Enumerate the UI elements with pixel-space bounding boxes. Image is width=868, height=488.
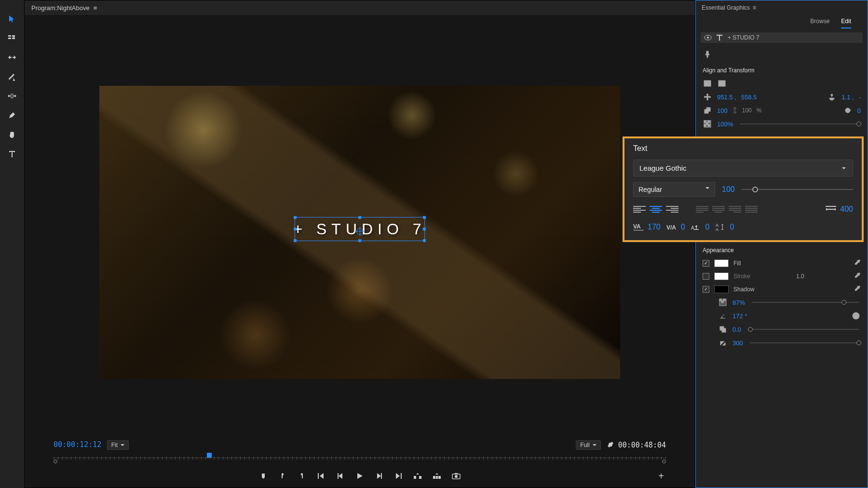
opacity-value[interactable]: 100% xyxy=(717,121,733,128)
go-to-out-icon[interactable] xyxy=(393,471,403,481)
svg-text:VA: VA xyxy=(633,223,641,230)
align-vertical-icon[interactable] xyxy=(717,79,727,88)
fill-checkbox[interactable] xyxy=(703,260,709,267)
extract-icon[interactable] xyxy=(432,471,442,481)
font-size-slider[interactable] xyxy=(742,189,853,190)
play-icon[interactable] xyxy=(355,471,365,481)
text-heading: Text xyxy=(633,144,853,153)
stroke-checkbox[interactable] xyxy=(703,273,709,280)
align-left-button[interactable] xyxy=(633,204,646,214)
pen-tool[interactable] xyxy=(7,110,17,121)
visibility-icon[interactable] xyxy=(705,35,711,40)
tab-edit[interactable]: Edit xyxy=(841,18,851,28)
svg-point-15 xyxy=(455,475,458,478)
hand-tool[interactable] xyxy=(7,129,17,140)
program-header: Program: NightAbove ≡ xyxy=(25,0,695,15)
tab-browse[interactable]: Browse xyxy=(810,18,829,28)
anchor-icon xyxy=(827,92,837,102)
svg-point-18 xyxy=(707,37,709,39)
justify-center-button[interactable] xyxy=(712,204,725,214)
justify-right-button[interactable] xyxy=(729,204,741,214)
svg-rect-10 xyxy=(419,476,421,479)
step-back-icon[interactable] xyxy=(336,471,345,481)
panel-menu-icon[interactable]: ≡ xyxy=(753,4,756,11)
shadow-blur-icon xyxy=(718,338,728,348)
anchor-point-icon[interactable] xyxy=(356,228,363,235)
rotation-icon xyxy=(843,106,853,115)
shadow-distance[interactable]: 0.0 xyxy=(732,326,741,333)
fill-eyedropper-icon[interactable] xyxy=(854,259,861,267)
stroke-swatch[interactable] xyxy=(714,272,729,280)
shadow-eyedropper-icon[interactable] xyxy=(854,285,861,293)
shadow-distance-slider[interactable] xyxy=(748,329,859,330)
pin-icon[interactable] xyxy=(703,50,712,59)
justify-left-button[interactable] xyxy=(696,204,708,214)
shadow-distance-icon xyxy=(718,325,728,334)
stroke-width[interactable]: 1.0 xyxy=(796,273,804,280)
current-timecode[interactable]: 00:00:12:12 xyxy=(54,440,101,449)
fill-swatch[interactable] xyxy=(714,259,729,267)
leading-control[interactable]: AA 0 xyxy=(716,223,734,231)
mark-in-icon[interactable] xyxy=(258,471,268,481)
timeline-scrubber[interactable] xyxy=(54,453,666,464)
shadow-angle[interactable]: 172 ° xyxy=(732,312,747,320)
kerning-control[interactable]: V/A 0 xyxy=(666,223,685,231)
opacity-icon xyxy=(703,119,712,129)
position-x[interactable]: 951.5 , xyxy=(717,94,736,101)
razor-tool[interactable] xyxy=(7,71,17,82)
export-frame-icon[interactable] xyxy=(451,471,461,481)
font-family-dropdown[interactable]: League Gothic xyxy=(633,160,853,176)
ripple-edit-tool[interactable] xyxy=(7,52,17,63)
total-timecode: 00:00:48:04 xyxy=(618,441,666,449)
opacity-slider[interactable] xyxy=(740,123,859,124)
svg-rect-3 xyxy=(12,38,15,39)
scale-w[interactable]: 100 xyxy=(717,107,728,114)
anchor-y[interactable]: - xyxy=(859,94,861,101)
tracking-control[interactable]: VA 170 xyxy=(633,223,661,231)
shadow-blur[interactable]: 300 xyxy=(732,339,743,347)
svg-rect-4 xyxy=(11,94,13,98)
lift-icon[interactable] xyxy=(413,471,422,481)
align-center-button[interactable] xyxy=(650,204,662,214)
layer-item[interactable]: + STUDIO 7 xyxy=(701,32,863,43)
anchor-x[interactable]: 1.1 , xyxy=(841,94,854,101)
justify-all-button[interactable] xyxy=(745,204,758,214)
rotation-value[interactable]: 0 xyxy=(857,107,861,114)
align-right-button[interactable] xyxy=(666,204,678,214)
zoom-dropdown[interactable]: Fit xyxy=(107,440,129,450)
go-to-in-icon[interactable] xyxy=(316,471,326,481)
shadow-opacity-slider[interactable] xyxy=(752,302,859,303)
in-point-icon[interactable] xyxy=(278,471,287,481)
slip-tool[interactable] xyxy=(7,91,17,101)
program-name: NightAbove xyxy=(57,4,89,12)
add-button-icon[interactable]: + xyxy=(658,471,664,482)
position-y[interactable]: 558.5 xyxy=(741,94,757,101)
selection-tool[interactable] xyxy=(7,14,17,24)
link-icon[interactable] xyxy=(732,107,737,114)
baseline-shift-control[interactable]: A 0 xyxy=(691,223,710,231)
shadow-swatch[interactable] xyxy=(714,285,729,293)
text-section: Text League Gothic Regular 100 400 xyxy=(623,136,864,242)
step-forward-icon[interactable] xyxy=(374,471,384,481)
track-select-tool[interactable] xyxy=(7,33,17,43)
stroke-eyedropper-icon[interactable] xyxy=(854,272,861,280)
program-menu-icon[interactable]: ≡ xyxy=(94,4,97,12)
text-width[interactable]: 400 xyxy=(840,205,853,214)
svg-rect-12 xyxy=(436,476,438,479)
angle-dial-icon[interactable] xyxy=(851,311,861,321)
shadow-blur-slider[interactable] xyxy=(750,342,859,343)
type-tool[interactable] xyxy=(7,149,17,159)
svg-text:A: A xyxy=(716,227,719,232)
settings-icon[interactable] xyxy=(607,441,614,450)
font-size[interactable]: 100 xyxy=(722,185,735,194)
out-point-icon[interactable] xyxy=(297,471,307,481)
shadow-opacity[interactable]: 87% xyxy=(732,299,745,306)
shadow-checkbox[interactable] xyxy=(703,286,709,293)
align-horizontal-icon[interactable] xyxy=(703,79,712,88)
playhead-icon[interactable] xyxy=(207,453,212,458)
text-bounding-box[interactable]: + STUDIO 7 xyxy=(295,217,425,241)
svg-rect-42 xyxy=(721,301,723,303)
font-style-dropdown[interactable]: Regular xyxy=(633,182,715,197)
program-viewer[interactable]: + STUDIO 7 xyxy=(99,86,620,379)
quality-dropdown[interactable]: Full xyxy=(576,440,600,450)
